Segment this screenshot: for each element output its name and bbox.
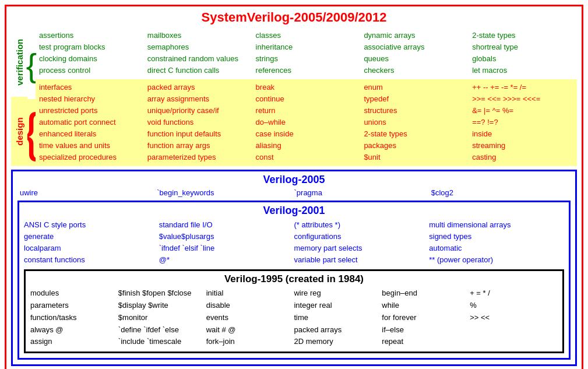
v-c4-r1: dynamic arrays	[364, 30, 465, 41]
v95-c2-r4: `define `ifdef `else	[118, 324, 206, 336]
content-area: assertions test program blocks clocking …	[36, 27, 577, 166]
v2001-col3: (* attributes *) configurations memory p…	[294, 219, 429, 266]
design-col1: interfaces nested hierarchy unrestricted…	[36, 82, 144, 164]
d-c1-r4: automatic port connect	[39, 117, 140, 128]
v1995-items: modules parameters function/tasks always…	[30, 287, 558, 348]
v-c1-r3: clocking domains	[39, 53, 140, 65]
v01-c2-r2: $value$plusargs	[159, 231, 294, 243]
verification-brace: {	[27, 27, 36, 99]
d-c4-r5: 2-state types	[364, 128, 465, 140]
v1995-col4: wire reg integer real time packed arrays…	[294, 287, 382, 348]
v95-c1-r5: assign	[30, 336, 118, 348]
d-c5-r6: streaming	[472, 140, 573, 152]
v95-c3-r3: events	[206, 312, 294, 324]
verification-row: assertions test program blocks clocking …	[36, 27, 577, 79]
v95-c4-r3: time	[294, 312, 382, 324]
v01-c1-r1: ANSI C style ports	[24, 219, 159, 231]
v95-c5-r1: begin–end	[382, 287, 470, 300]
d-c4-r3: structures	[364, 105, 465, 117]
d-c2-r2: array assignments	[147, 93, 249, 105]
v-c3-r4: references	[256, 65, 357, 76]
verification-col3: classes inheritance strings references	[252, 30, 361, 77]
top-section: verification design { { assertions test …	[11, 27, 577, 166]
v1995-col2: $finish $fopen $fclose $display $write $…	[118, 287, 206, 348]
d-c2-r7: parameterized types	[147, 152, 249, 163]
d-c2-r3: unique/priority case/if	[147, 105, 249, 117]
v-c3-r2: inheritance	[256, 41, 357, 53]
design-brace: {	[27, 99, 36, 166]
d-c4-r1: enum	[364, 82, 465, 93]
d-c3-r3: return	[256, 105, 357, 117]
v95-c4-r4: packed arrays	[294, 324, 382, 336]
design-col3: break continue return do–while case insi…	[252, 82, 361, 164]
v2005-items: uwire `begin_keywords `pragma $clog2	[17, 188, 571, 197]
v95-c1-r3: function/tasks	[30, 312, 118, 324]
design-label: design	[11, 97, 27, 166]
d-c5-r7: casting	[472, 152, 573, 163]
d-c5-r2: >>= <<= >>>= <<<=	[472, 93, 573, 105]
v-c5-r4: let macros	[472, 65, 573, 76]
v95-c1-r2: parameters	[30, 300, 118, 312]
v2001-col1: ANSI C style ports generate localparam c…	[24, 219, 159, 266]
v01-c3-r1: (* attributes *)	[294, 219, 429, 231]
d-c3-r5: case inside	[256, 128, 357, 140]
v01-c4-r2: signed types	[429, 231, 564, 243]
sv-title: SystemVerilog-2005/2009/2012	[11, 10, 577, 25]
v2001-box: Verilog-2001 ANSI C style ports generate…	[17, 201, 571, 360]
d-c5-r1: ++ -- += -= *= /=	[472, 82, 573, 93]
verification-label: verification	[11, 27, 27, 97]
v-c5-r2: shortreal type	[472, 41, 573, 53]
design-col5: ++ -- += -= *= /= >>= <<= >>>= <<<= &= |…	[469, 82, 577, 164]
v2005-col2: `begin_keywords	[157, 188, 294, 197]
v-c2-r3: constrained random values	[147, 53, 249, 65]
v2005-box: Verilog-2005 uwire `begin_keywords `prag…	[11, 170, 577, 367]
v-c4-r2: associative arrays	[364, 41, 465, 53]
d-c1-r2: nested hierarchy	[39, 93, 140, 105]
v1995-box: Verilog-1995 (created in 1984) modules p…	[24, 269, 564, 353]
d-c2-r4: void functions	[147, 117, 249, 128]
v-c1-r2: test program blocks	[39, 41, 140, 53]
v2001-items: ANSI C style ports generate localparam c…	[24, 219, 564, 266]
d-c4-r4: unions	[364, 117, 465, 128]
v01-c3-r3: memory part selects	[294, 243, 429, 254]
v2005-title: Verilog-2005	[17, 174, 571, 186]
v-c3-r1: classes	[256, 30, 357, 41]
v01-c1-r2: generate	[24, 231, 159, 243]
v95-c5-r3: for forever	[382, 312, 470, 324]
d-c1-r1: interfaces	[39, 82, 140, 93]
d-c2-r1: packed arrays	[147, 82, 249, 93]
v2005-col1: uwire	[20, 188, 157, 197]
v01-c1-r3: localparam	[24, 243, 159, 254]
v95-c2-r3: $monitor	[118, 312, 206, 324]
v01-c3-r4: variable part select	[294, 254, 429, 266]
v01-c1-r4: constant functions	[24, 254, 159, 266]
v-c3-r3: strings	[256, 53, 357, 65]
braces: { {	[27, 27, 36, 166]
d-c3-r4: do–while	[256, 117, 357, 128]
v-c4-r4: checkers	[364, 65, 465, 76]
d-c5-r5: inside	[472, 128, 573, 140]
d-c2-r6: function array args	[147, 140, 249, 152]
d-c4-r2: typedef	[364, 93, 465, 105]
v95-c6-r3: >> <<	[470, 312, 558, 324]
d-c3-r1: break	[256, 82, 357, 93]
v95-c6-r2: %	[470, 300, 558, 312]
d-c3-r2: continue	[256, 93, 357, 105]
v01-c4-r3: automatic	[429, 243, 564, 254]
d-c4-r7: $unit	[364, 152, 465, 163]
v01-c2-r1: standard file I/O	[159, 219, 294, 231]
v1995-col6: + = * / % >> <<	[470, 287, 558, 348]
d-c4-r6: packages	[364, 140, 465, 152]
v-c2-r4: direct C function calls	[147, 65, 249, 76]
v2001-col2: standard file I/O $value$plusargs `ifnde…	[159, 219, 294, 266]
v95-c5-r4: if–else	[382, 324, 470, 336]
v01-c3-r2: configurations	[294, 231, 429, 243]
v01-c2-r4: @*	[159, 254, 294, 266]
d-c3-r6: aliasing	[256, 140, 357, 152]
v-c2-r1: mailboxes	[147, 30, 249, 41]
v1995-title: Verilog-1995 (created in 1984)	[30, 273, 558, 285]
v95-c3-r4: wait # @	[206, 324, 294, 336]
verification-col1: assertions test program blocks clocking …	[36, 30, 144, 77]
v2001-title: Verilog-2001	[24, 205, 564, 217]
v95-c3-r2: disable	[206, 300, 294, 312]
